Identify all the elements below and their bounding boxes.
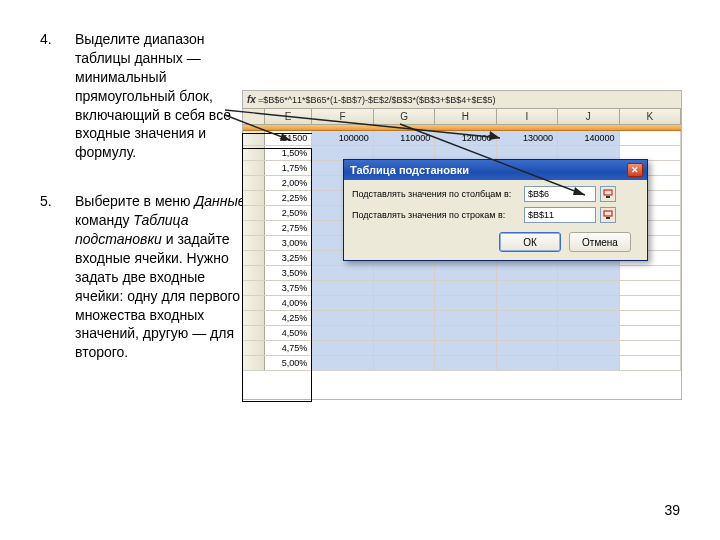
cell[interactable]: 1,50% xyxy=(265,146,313,160)
cell[interactable]: 4,25% xyxy=(265,311,313,325)
cell[interactable] xyxy=(497,311,558,325)
cell[interactable]: 3,00% xyxy=(265,236,313,250)
cell[interactable]: -51500 xyxy=(265,131,313,145)
cell[interactable] xyxy=(620,296,681,310)
cell[interactable]: 2,75% xyxy=(265,221,313,235)
cell[interactable] xyxy=(497,296,558,310)
instruction-4: 4. Выделите диапазон таблицы данных — ми… xyxy=(40,30,255,162)
cell[interactable] xyxy=(435,326,496,340)
col-header-F[interactable]: F xyxy=(312,109,373,124)
cell[interactable] xyxy=(497,146,558,160)
cell[interactable] xyxy=(374,281,435,295)
cell[interactable] xyxy=(435,296,496,310)
cell[interactable] xyxy=(312,296,373,310)
cell[interactable]: 130000 xyxy=(497,131,558,145)
dialog-buttons: ОК Отмена xyxy=(352,228,639,252)
cell[interactable] xyxy=(435,281,496,295)
cell[interactable] xyxy=(435,146,496,160)
cell[interactable] xyxy=(558,266,619,280)
cell[interactable]: 2,50% xyxy=(265,206,313,220)
page-number: 39 xyxy=(664,502,680,518)
cell[interactable] xyxy=(374,356,435,370)
range-picker-icon[interactable] xyxy=(600,186,616,202)
fx-icon[interactable]: fx xyxy=(247,94,256,105)
cell[interactable] xyxy=(497,326,558,340)
cell[interactable] xyxy=(374,326,435,340)
cell[interactable] xyxy=(558,296,619,310)
range-picker-icon[interactable] xyxy=(600,207,616,223)
cell[interactable]: 120000 xyxy=(435,131,496,145)
cell[interactable]: 3,75% xyxy=(265,281,313,295)
cell[interactable] xyxy=(620,266,681,280)
cell[interactable]: 4,00% xyxy=(265,296,313,310)
cell[interactable] xyxy=(497,341,558,355)
cell[interactable] xyxy=(497,356,558,370)
cell[interactable] xyxy=(435,266,496,280)
cancel-button[interactable]: Отмена xyxy=(569,232,631,252)
svg-rect-3 xyxy=(606,217,610,219)
cell[interactable]: 5,00% xyxy=(265,356,313,370)
corner-cell[interactable] xyxy=(243,109,265,124)
cell[interactable]: 3,25% xyxy=(265,251,313,265)
cell[interactable] xyxy=(374,296,435,310)
cell[interactable]: 2,25% xyxy=(265,191,313,205)
cell[interactable] xyxy=(497,266,558,280)
col-header-H[interactable]: H xyxy=(435,109,496,124)
cell[interactable] xyxy=(435,356,496,370)
cell[interactable] xyxy=(312,146,373,160)
cell[interactable] xyxy=(374,146,435,160)
instruction-5-text: Выберите в меню Данные команду Таблица п… xyxy=(75,192,255,362)
dialog-row-columns: Подставлять значения по столбцам в: $B$6 xyxy=(352,186,639,202)
cell[interactable] xyxy=(312,356,373,370)
col-header-I[interactable]: I xyxy=(497,109,558,124)
cell[interactable] xyxy=(558,326,619,340)
cell[interactable] xyxy=(312,326,373,340)
cell[interactable] xyxy=(620,146,681,160)
cell[interactable] xyxy=(312,281,373,295)
cell[interactable] xyxy=(558,311,619,325)
cell[interactable] xyxy=(620,281,681,295)
cell[interactable]: 100000 xyxy=(312,131,373,145)
cell[interactable] xyxy=(312,266,373,280)
cell[interactable] xyxy=(620,311,681,325)
cell[interactable] xyxy=(497,281,558,295)
cell[interactable]: 4,50% xyxy=(265,326,313,340)
cell[interactable] xyxy=(558,146,619,160)
cell[interactable] xyxy=(312,311,373,325)
input-columns[interactable]: $B$6 xyxy=(524,186,596,202)
close-icon[interactable]: ✕ xyxy=(627,163,643,177)
cell[interactable] xyxy=(435,341,496,355)
dialog-row-rows: Подставлять значения по строкам в: $B$11 xyxy=(352,207,639,223)
cell[interactable] xyxy=(435,311,496,325)
cell[interactable] xyxy=(374,266,435,280)
cell[interactable] xyxy=(620,356,681,370)
dialog-titlebar[interactable]: Таблица подстановки ✕ xyxy=(344,160,647,180)
cell[interactable] xyxy=(558,281,619,295)
instruction-4-text: Выделите диапазон таблицы данных — миним… xyxy=(75,30,255,162)
cell[interactable] xyxy=(558,341,619,355)
cell[interactable] xyxy=(620,131,681,145)
formula-bar[interactable]: fx =$B$6*^11*$B65*(1-$B$7)-$E$2/$B$3*($B… xyxy=(243,91,681,109)
cell[interactable]: 110000 xyxy=(374,131,435,145)
input-rows[interactable]: $B$11 xyxy=(524,207,596,223)
cell[interactable]: 140000 xyxy=(558,131,619,145)
instruction-5-number: 5. xyxy=(40,192,75,362)
cell[interactable]: 1,75% xyxy=(265,161,313,175)
cell[interactable]: 4,75% xyxy=(265,341,313,355)
cell[interactable] xyxy=(558,356,619,370)
excel-screenshot: fx =$B$6*^11*$B65*(1-$B$7)-$E$2/$B$3*($B… xyxy=(242,90,682,400)
col-header-G[interactable]: G xyxy=(374,109,435,124)
col-header-K[interactable]: K xyxy=(620,109,681,124)
col-header-E[interactable]: E xyxy=(265,109,313,124)
cell[interactable] xyxy=(374,311,435,325)
cell[interactable] xyxy=(374,341,435,355)
cell[interactable] xyxy=(620,326,681,340)
dialog-table-substitution: Таблица подстановки ✕ Подставлять значен… xyxy=(343,159,648,261)
cell[interactable] xyxy=(620,341,681,355)
column-headers: E F G H I J K xyxy=(243,109,681,125)
ok-button[interactable]: ОК xyxy=(499,232,561,252)
cell[interactable] xyxy=(312,341,373,355)
cell[interactable]: 3,50% xyxy=(265,266,313,280)
cell[interactable]: 2,00% xyxy=(265,176,313,190)
col-header-J[interactable]: J xyxy=(558,109,619,124)
